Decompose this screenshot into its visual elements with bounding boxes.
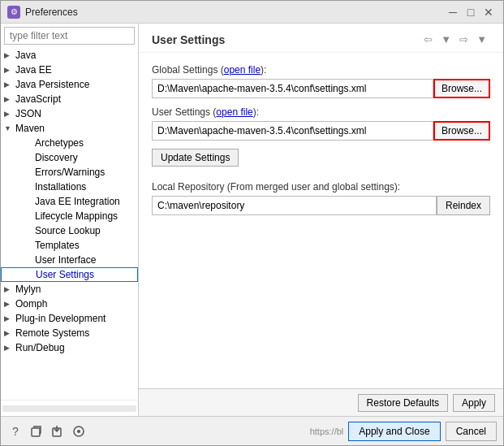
sidebar-item-archetypes[interactable]: Archetypes	[1, 136, 138, 150]
sidebar-item-json[interactable]: ▶ JSON	[1, 106, 138, 121]
sidebar-bottom	[1, 400, 138, 416]
user-settings-browse-button[interactable]: Browse...	[433, 121, 490, 141]
sidebar-item-plug-in-development[interactable]: ▶ Plug-in Development	[1, 311, 138, 326]
content-header: User Settings ⇦ ▼ ⇨ ▼	[139, 24, 503, 53]
filter-input[interactable]	[4, 27, 135, 45]
apply-and-close-button[interactable]: Apply and Close	[348, 422, 440, 441]
expand-arrow: ▶	[4, 285, 15, 293]
maximize-button[interactable]: □	[463, 4, 479, 20]
expand-arrow: ▶	[4, 300, 15, 308]
nav-buttons: ⇦ ▼ ⇨ ▼	[420, 32, 490, 47]
export-icon[interactable]	[28, 423, 45, 440]
expand-arrow: ▶	[4, 51, 15, 59]
svg-rect-0	[32, 428, 40, 436]
sidebar-item-mylyn[interactable]: ▶ Mylyn	[1, 282, 138, 297]
forward-button[interactable]: ⇨	[456, 32, 472, 47]
expand-arrow: ▶	[4, 329, 15, 337]
expand-arrow: ▶	[4, 95, 15, 103]
minimize-button[interactable]: ─	[445, 4, 461, 20]
footer-left: ?	[7, 423, 87, 440]
restore-defaults-button[interactable]: Restore Defaults	[358, 394, 448, 412]
sidebar-item-lifecycle-mappings[interactable]: Lifecycle Mappings	[1, 209, 138, 223]
sidebar-item-javascript[interactable]: ▶ JavaScript	[1, 92, 138, 106]
sidebar-item-user-interface[interactable]: User Interface	[1, 253, 138, 267]
content-title: User Settings	[152, 33, 225, 46]
sidebar-item-installations[interactable]: Installations	[1, 180, 138, 194]
global-settings-label: Global Settings (open file):	[152, 64, 490, 76]
url-text: https://bl	[310, 427, 344, 436]
title-bar: ⚙ Preferences ─ □ ✕	[1, 1, 503, 24]
sidebar-item-java-ee[interactable]: ▶ Java EE	[1, 63, 138, 77]
circle-icon[interactable]	[71, 423, 87, 440]
user-settings-open-file-link[interactable]: open file	[216, 106, 252, 118]
sidebar-item-source-lookup[interactable]: Source Lookup	[1, 223, 138, 238]
apply-button[interactable]: Apply	[453, 394, 495, 412]
expand-arrow: ▶	[4, 80, 15, 89]
app-icon: ⚙	[7, 6, 20, 19]
local-repo-label: Local Repository (From merged user and g…	[152, 181, 490, 193]
user-settings-path-input[interactable]	[152, 121, 433, 141]
sidebar-item-oomph[interactable]: ▶ Oomph	[1, 297, 138, 311]
local-repo-path-input[interactable]	[152, 196, 437, 215]
sidebar-item-templates[interactable]: Templates	[1, 238, 138, 253]
expand-arrow: ▶	[4, 314, 15, 323]
footer-right: https://bl Apply and Close Cancel	[310, 422, 497, 441]
expand-arrow: ▶	[4, 344, 15, 352]
main-area: ▶ Java ▶ Java EE ▶ Java Persistence ▶ Ja…	[1, 24, 503, 416]
nav-dropdown-button[interactable]: ▼	[437, 32, 454, 47]
sidebar-item-java-ee-integration[interactable]: Java EE Integration	[1, 194, 138, 209]
local-repo-row: Reindex	[152, 196, 490, 215]
window-controls: ─ □ ✕	[445, 4, 497, 20]
footer-bar: ? https://bl Apply and Close Cancel	[1, 416, 503, 445]
user-settings-label: User Settings (open file):	[152, 106, 490, 118]
update-settings-button[interactable]: Update Settings	[152, 149, 239, 167]
tree-area: ▶ Java ▶ Java EE ▶ Java Persistence ▶ Ja…	[1, 48, 138, 400]
sidebar-item-java[interactable]: ▶ Java	[1, 48, 138, 63]
cancel-button[interactable]: Cancel	[446, 422, 497, 441]
local-repo-section: Local Repository (From merged user and g…	[152, 181, 490, 215]
help-icon[interactable]: ?	[7, 423, 24, 440]
global-settings-open-file-link[interactable]: open file	[224, 64, 261, 76]
sidebar-item-discovery[interactable]: Discovery	[1, 150, 138, 165]
content-body: Global Settings (open file): Browse... U…	[139, 53, 503, 388]
global-settings-browse-button[interactable]: Browse...	[433, 79, 490, 98]
title-bar-left: ⚙ Preferences	[7, 6, 78, 19]
close-button[interactable]: ✕	[480, 4, 497, 20]
horizontal-scrollbar[interactable]	[2, 405, 136, 412]
expand-arrow: ▶	[4, 66, 15, 74]
global-settings-row: Browse...	[152, 79, 490, 98]
sidebar-item-run-debug[interactable]: ▶ Run/Debug	[1, 340, 138, 355]
sidebar-item-maven[interactable]: ▼ Maven	[1, 121, 138, 136]
sidebar-item-java-persistence[interactable]: ▶ Java Persistence	[1, 77, 138, 92]
sidebar-item-remote-systems[interactable]: ▶ Remote Systems	[1, 326, 138, 340]
svg-point-3	[77, 430, 80, 433]
sidebar: ▶ Java ▶ Java EE ▶ Java Persistence ▶ Ja…	[1, 24, 139, 416]
sidebar-item-errors-warnings[interactable]: Errors/Warnings	[1, 165, 138, 180]
import-icon[interactable]	[50, 423, 66, 440]
expand-arrow: ▼	[4, 124, 15, 132]
nav-dropdown2-button[interactable]: ▼	[473, 32, 490, 47]
sidebar-item-user-settings[interactable]: User Settings	[1, 267, 138, 282]
global-settings-path-input[interactable]	[152, 79, 433, 98]
window-title: Preferences	[25, 6, 78, 18]
expand-arrow: ▶	[4, 110, 15, 118]
back-button[interactable]: ⇦	[420, 32, 436, 47]
preferences-window: ⚙ Preferences ─ □ ✕ ▶ Java ▶ Java EE	[0, 0, 504, 446]
content-panel: User Settings ⇦ ▼ ⇨ ▼ Global Settings (o…	[139, 24, 503, 416]
action-row: Restore Defaults Apply	[139, 388, 503, 416]
reindex-button[interactable]: Reindex	[437, 196, 490, 215]
user-settings-row: Browse...	[152, 121, 490, 141]
